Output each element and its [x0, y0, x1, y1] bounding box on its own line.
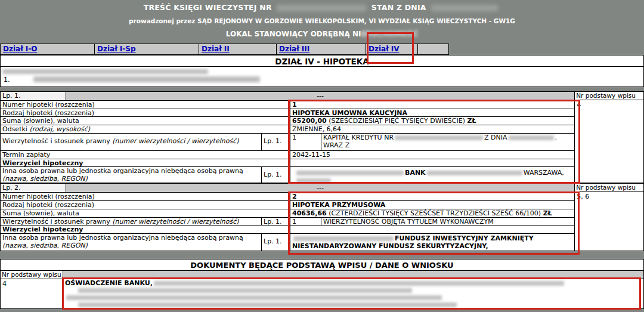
- npw-value: 5, 6: [575, 192, 643, 201]
- wzmianka-item-number: 1.: [4, 76, 10, 84]
- field-value: ZMIENNE, 6,64: [290, 125, 574, 133]
- creditor-city: WARSZAWA,: [524, 169, 564, 177]
- document-line-4: [65, 301, 642, 308]
- creditor-cell: BANKWARSZAWA,: [290, 167, 574, 183]
- redacted-text: [296, 171, 404, 175]
- creditor-fund-2: NIESTANDARYZOWANY FUNDUSZ SEKURYTYZACYJN…: [292, 242, 488, 250]
- sub-lp-cell: Lp. 1.: [261, 167, 290, 183]
- npw-header: Nr podstawy wpisu: [575, 184, 643, 192]
- field-label: Inna osoba prawna lub jednostka organiza…: [1, 167, 261, 183]
- property-type-visible: LOKAL STANOWIĄCY ODRĘBNĄ NI: [226, 30, 361, 38]
- register-title-middle: STAN Z DNIA: [371, 3, 426, 12]
- creditor-fund-1: FUNDUSZ INWESTYCYJNY ZAMKNIĘTY: [395, 234, 534, 242]
- redacted-text: [33, 76, 260, 82]
- suma-amount: 65200,00: [292, 117, 327, 125]
- group-header: Wierzyciel hipoteczny: [1, 159, 290, 167]
- field-label: Termin zapłaty: [1, 151, 290, 159]
- creditor-line-1: BANKWARSZAWA,: [295, 169, 572, 177]
- field-value: 1: [290, 101, 574, 109]
- redacted-text: [427, 171, 522, 175]
- redacted-register-number: [277, 5, 366, 11]
- field-label: Suma (słownie), waluta: [1, 117, 290, 125]
- suma-currency: ZŁ: [543, 209, 552, 217]
- field-value: 65200,00 (SZEŚĆDZIESIĄT PIĘĆ TYSIĘCY DWI…: [290, 117, 574, 125]
- row-wierzytelnosc: Wierzytelność i stosunek prawny (numer w…: [1, 133, 574, 150]
- redacted-text: [66, 295, 442, 300]
- register-title-line: TREŚĆ KSIĘGI WIECZYSTEJ NR STAN Z DNIA: [0, 3, 644, 12]
- label-note: (numer wierzytelności / wierzytelność): [112, 137, 239, 145]
- creditor-cell: FUNDUSZ INWESTYCYJNY ZAMKNIĘTY NIESTANDA…: [290, 234, 574, 251]
- document-line-1: OŚWIADCZENIE BANKU,: [65, 280, 642, 287]
- group-header: Wierzyciel hipoteczny: [1, 225, 290, 233]
- entry-1-main: Lp. 1. --- Numer hipoteki (roszczenia) 1…: [1, 92, 574, 183]
- row-wierzytelnosc: Wierzytelność i stosunek prawny (numer w…: [1, 217, 574, 225]
- redacted-text: [78, 302, 457, 307]
- separator-band: ---: [66, 184, 574, 192]
- npw-header: Nr podstawy wpisu: [575, 92, 643, 100]
- ekw-register-page: { "colors": { "page_bg": "#828682", "ban…: [0, 0, 644, 312]
- field-value: 2042-11-15: [290, 151, 574, 159]
- document-name: OŚWIADCZENIE BANKU,: [65, 279, 153, 287]
- section-tab-bar: Dział I-O Dział I-Sp Dział II Dział III …: [0, 44, 449, 55]
- sub-lp-cell: Lp. 1.: [261, 134, 290, 150]
- row-inna-osoba: Inna osoba prawna lub jednostka organiza…: [1, 166, 574, 183]
- tab-bar-filler: [418, 44, 448, 54]
- section-title: DZIAŁ IV - HIPOTEKA: [0, 55, 644, 67]
- redacted-text: [293, 236, 394, 241]
- tab-dzial-ii[interactable]: Dział II: [199, 44, 277, 54]
- row-wierzyciel-header: Wierzyciel hipoteczny: [1, 159, 574, 167]
- field-value: HIPOTEKA PRZYMUSOWA: [290, 201, 574, 209]
- row-termin-zaplaty: Termin zapłaty 2042-11-15: [1, 150, 574, 159]
- tab-dzial-iv[interactable]: Dział IV: [366, 44, 418, 54]
- row-inna-osoba: Inna osoba prawna lub jednostka organiza…: [1, 233, 574, 251]
- field-label: Suma (słownie), waluta: [1, 209, 290, 217]
- field-value: 40636,66 (CZTERDZIEŚCI TYSIĘCY SZEŚĆSET …: [290, 209, 574, 217]
- documents-section: DOKUMENTY BĘDĄCE PODSTAWĄ WPISU / DANE O…: [0, 259, 644, 309]
- tab-dzial-i-sp[interactable]: Dział I-Sp: [95, 44, 199, 54]
- npw-column: Nr podstawy wpisu 4: [574, 92, 643, 183]
- field-label: Numer hipoteki (roszczenia): [1, 193, 290, 200]
- sub-lp-cell: Lp. 1.: [261, 234, 290, 251]
- claim-line-1: KAPITAŁ KREDYTU NRZ DNIA. WRAZ Z: [323, 134, 572, 149]
- header-band: [63, 271, 643, 279]
- row-numer-hipoteki: Numer hipoteki (roszczenia) 2: [1, 192, 574, 200]
- row-suma: Suma (słownie), waluta 65200,00 (SZEŚĆDZ…: [1, 116, 574, 125]
- documents-title: DOKUMENTY BĘDĄCE PODSTAWĄ WPISU / DANE O…: [1, 260, 643, 271]
- document-npw-value: 4: [1, 279, 63, 308]
- field-value: HIPOTEKA UMOWNA KAUCYJNA: [290, 109, 574, 117]
- redacted-text: [2, 69, 208, 74]
- field-label: Wierzytelność i stosunek prawny (numer w…: [1, 218, 261, 225]
- claim-number-cell: 1: [290, 134, 321, 150]
- suma-currency: ZŁ: [467, 117, 476, 125]
- tab-dzial-iii[interactable]: Dział III: [277, 44, 366, 54]
- suma-words: (SZEŚĆDZIESIĄT PIĘĆ TYSIĘCY DWIEŚCIE): [329, 117, 465, 125]
- redacted-text: [509, 135, 554, 140]
- suma-words: (CZTERDZIEŚCI TYSIĘCY SZEŚĆSET TRZYDZIEŚ…: [329, 209, 541, 217]
- field-label: Inna osoba prawna lub jednostka organiza…: [1, 234, 261, 251]
- empty-cell: [290, 225, 574, 233]
- lp-number-label: Lp. 1.: [1, 92, 66, 100]
- label-note: (rodzaj, wysokość): [29, 125, 90, 133]
- field-label: Odsetki (rodzaj, wysokość): [1, 125, 290, 133]
- suma-amount: 40636,66: [292, 209, 327, 217]
- row-numer-hipoteki: Numer hipoteki (roszczenia) 1: [1, 100, 574, 109]
- field-label: Rodzaj hipoteki (roszczenia): [1, 201, 290, 209]
- npw-column: Nr podstawy wpisu 5, 6: [574, 184, 643, 251]
- tab-dzial-i-o[interactable]: Dział I-O: [1, 44, 95, 54]
- documents-row: 4 OŚWIADCZENIE BANKU,: [1, 279, 643, 308]
- claim-text-cell: KAPITAŁ KREDYTU NRZ DNIA. WRAZ Z ODSETKA…: [321, 134, 574, 150]
- redacted-state-date: [431, 5, 498, 11]
- sub-lp-cell: Lp. 1.: [261, 218, 290, 225]
- documents-header-row: Nr podstawy wpisu: [1, 271, 643, 279]
- npw-header: Nr podstawy wpisu: [1, 271, 63, 279]
- entry-2-header-row: Lp. 2. ---: [1, 184, 574, 192]
- register-title-prefix: TREŚĆ KSIĘGI WIECZYSTEJ NR: [144, 3, 272, 12]
- redacted-text: [154, 281, 564, 286]
- row-rodzaj-hipoteki: Rodzaj hipoteki (roszczenia) HIPOTEKA PR…: [1, 200, 574, 209]
- claim-number-cell: 1: [290, 218, 321, 225]
- creditor-line-1: FUNDUSZ INWESTYCYJNY ZAMKNIĘTY: [292, 234, 572, 242]
- wzmianki-box: 1.: [0, 66, 644, 87]
- field-value: 2: [290, 193, 574, 200]
- row-rodzaj-hipoteki: Rodzaj hipoteki (roszczenia) HIPOTEKA UM…: [1, 109, 574, 117]
- label-note: (nazwa, siedziba, REGON): [2, 242, 88, 249]
